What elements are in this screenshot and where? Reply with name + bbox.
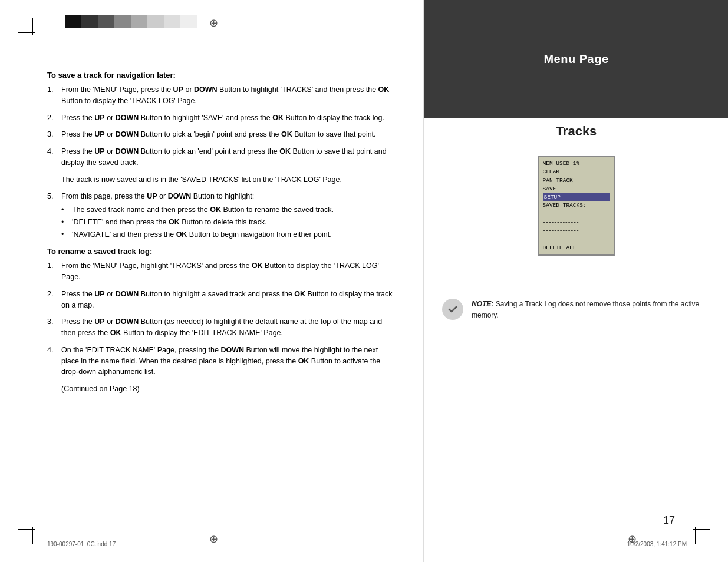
step-3-num: 3. [47,129,58,140]
device-dashes-4: ------------- [543,235,610,243]
note-label: NOTE: [472,300,493,308]
step-2-2-num: 2. [47,289,58,311]
step-2: 2. Press the UP or DOWN Button to highli… [47,113,395,124]
step-2-1-text: From the 'MENU' Page, highlight 'TRACKS'… [61,260,395,283]
steps-list-1: 1. From the 'MENU' Page, press the UP or… [47,84,395,168]
down-bold-4: DOWN [116,147,139,156]
crop-mark-bl-v [32,527,33,544]
step-1: 1. From the 'MENU' Page, press the UP or… [47,84,395,107]
device-line-1: MEM USED 1% [543,160,610,168]
step-2-4-text: On the 'EDIT TRACK NAME' Page, pressing … [61,345,395,378]
note-text: NOTE: Saving a Track Log does not remove… [472,299,710,321]
crop-mark-br-v [695,527,696,544]
step-4: 4. Press the UP or DOWN Button to pick a… [47,146,395,168]
device-line-5-highlighted: SETUP [543,193,610,201]
step5-list: 5. From this page, press the UP or DOWN … [47,191,395,241]
footer-left: 190-00297-01_0C.indd 17 [47,541,116,547]
page-wrapper: To save a track for navigation later: 1.… [0,0,728,562]
sub-bullet-list: • The saved track name and then press th… [61,204,395,240]
header-title: Menu Page [543,52,608,66]
step-2-4-num: 4. [47,345,58,378]
step-2-3-num: 3. [47,316,58,339]
section2-title: To rename a saved track log: [47,247,395,256]
step-2-1: 1. From the 'MENU' Page, highlight 'TRAC… [47,260,395,283]
note-body: Saving a Track Log does not remove those… [472,300,699,319]
ok-bold-3: OK [281,130,292,138]
step-2-text: Press the UP or DOWN Button to highlight… [61,113,395,124]
step-2-2: 2. Press the UP or DOWN Button to highli… [47,289,395,311]
swatch-8 [180,15,197,28]
down-s22: DOWN [116,290,139,298]
device-dashes-1: ------------- [543,210,610,219]
down-s23: DOWN [116,318,139,326]
note-checkmark-icon [447,303,459,315]
step-5-num: 5. [47,191,58,241]
ok-b3: OK [176,230,187,239]
step-1-text: From the 'MENU' Page, press the UP or DO… [61,84,395,107]
step-2-3: 3. Press the UP or DOWN Button (as neede… [47,316,395,339]
crosshair-bottom-left [209,533,218,546]
ok-b2: OK [169,218,180,226]
ok-bold: OK [378,85,390,94]
swatch-6 [147,15,164,28]
bullet-2-text: 'DELETE' and then press the OK Button to… [72,217,267,228]
up-bold-5: UP [147,192,157,200]
ok-bold-4: OK [279,147,291,156]
swatch-1 [65,15,81,28]
left-column: To save a track for navigation later: 1.… [0,0,424,562]
page-number: 17 [663,514,675,527]
ok-s24: OK [298,357,309,365]
up-bold-2: UP [94,114,104,122]
left-content: To save a track for navigation later: 1.… [47,71,395,538]
step-5: 5. From this page, press the UP or DOWN … [47,191,395,241]
up-bold-4: UP [94,147,104,156]
paragraph1: The track is now saved and is in the 'SA… [61,174,395,186]
bullet-dot-1: • [61,204,68,216]
bullet-dot-3: • [61,229,68,240]
footer-right: 10/2/2003, 1:41:12 PM [627,541,687,547]
up-s22: UP [94,290,104,298]
step-2-num: 2. [47,113,58,124]
color-bar-left [65,15,197,28]
down-bold-2: DOWN [116,114,139,122]
step-3-text: Press the UP or DOWN Button to pick a 'b… [61,129,395,140]
swatch-5 [131,15,147,28]
continued-note: (Continued on Page 18) [61,384,395,395]
right-header: Menu Page [424,0,728,118]
device-dashes-3: ------------- [543,227,610,235]
ok-s23: OK [110,329,121,337]
note-section: NOTE: Saving a Track Log does not remove… [442,289,710,321]
swatch-3 [98,15,114,28]
bullet-dot-2: • [61,217,68,228]
swatch-2 [81,15,98,28]
crop-mark-tl-v [32,18,33,35]
device-line-3: PAN TRACK [543,177,610,185]
ok-s21: OK [252,262,263,270]
up-s23: UP [94,318,104,326]
crosshair-top-center [209,16,218,29]
up-bold: UP [173,85,183,94]
steps-list-2: 1. From the 'MENU' Page, highlight 'TRAC… [47,260,395,378]
step-1-num: 1. [47,84,58,107]
ok-bold-2: OK [272,114,284,122]
bullet-1-text: The saved track name and then press the … [72,204,334,216]
step-3: 3. Press the UP or DOWN Button to pick a… [47,129,395,140]
step-4-text: Press the UP or DOWN Button to pick an '… [61,146,395,168]
device-line-6: SAVED TRACKS: [543,201,610,210]
section1-title: To save a track for navigation later: [47,71,395,80]
column-divider [423,0,424,562]
down-bold-5: DOWN [168,192,192,200]
bullet-3-text: 'NAVIGATE' and then press the OK Button … [72,229,332,240]
step-4-num: 4. [47,146,58,168]
step-2-3-text: Press the UP or DOWN Button (as needed) … [61,316,395,339]
step-2-1-num: 1. [47,260,58,283]
bullet-3: • 'NAVIGATE' and then press the OK Butto… [61,229,395,240]
device-line-delete: DELETE ALL [543,244,610,252]
down-bold-3: DOWN [116,130,139,138]
device-line-2: CLEAR [543,168,610,176]
swatch-7 [164,15,180,28]
down-bold: DOWN [194,85,218,94]
down-s24: DOWN [220,346,244,354]
step-2-2-text: Press the UP or DOWN Button to highlight… [61,289,395,311]
device-line-4: SAVE [543,185,610,193]
